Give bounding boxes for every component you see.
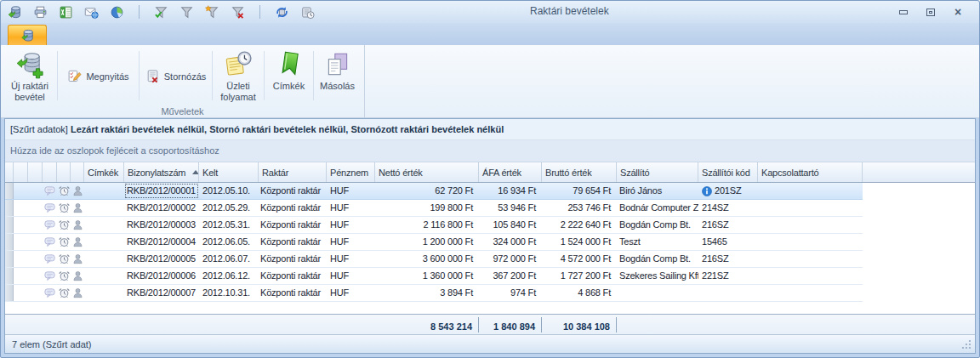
business-process-button[interactable]: Üzleti folyamat — [213, 48, 264, 104]
person-icon[interactable] — [72, 236, 83, 247]
cell-cimkek — [84, 285, 124, 301]
cell-bizonylatszam: RKB/2012/00005 — [124, 251, 199, 267]
filter-icon[interactable] — [179, 5, 194, 20]
comment-icon[interactable] — [44, 253, 55, 264]
refresh-data-icon[interactable] — [275, 5, 289, 20]
close-button[interactable]: × — [950, 5, 966, 19]
alarm-clock-icon[interactable] — [59, 270, 70, 281]
column-header-netto[interactable]: Nettó érték — [375, 162, 479, 182]
cell-kelt: 2012.05.10. — [199, 183, 259, 199]
new-receipt-button[interactable]: Új raktári bevétel — [3, 48, 57, 104]
comment-icon[interactable] — [44, 287, 55, 298]
alarm-clock-icon[interactable] — [59, 287, 70, 298]
row-indicator — [5, 217, 14, 233]
ribbon-tab-active[interactable] — [8, 25, 47, 45]
column-header-kelt[interactable]: Kelt — [199, 162, 259, 182]
cell-bizonylatszam: RKB/2012/00006 — [124, 268, 199, 284]
person-icon[interactable] — [72, 287, 83, 298]
send-mail-icon[interactable] — [84, 5, 99, 20]
group-by-drop-area[interactable]: Húzza ide az oszlopok fejléceit a csopor… — [5, 140, 975, 162]
cell-bizonylatszam: RKB/2012/00001 — [124, 183, 199, 199]
scheduled-tasks-icon[interactable] — [300, 5, 315, 20]
filter-favorite-icon[interactable] — [205, 5, 219, 20]
table-row[interactable]: RKB/2012/00005 2012.06.07. Központi rakt… — [5, 251, 863, 268]
table-row[interactable]: RKB/2012/00002 2012.05.29. Központi rakt… — [5, 200, 863, 217]
column-header-cimkek[interactable]: Címkék — [84, 162, 124, 182]
cell-szallito: Bodnár Computer Zrt. — [617, 200, 698, 216]
cell-brutto: 2 222 640 Ft — [542, 217, 617, 233]
cell-penznem: HUF — [327, 234, 375, 250]
cell-penznem: HUF — [327, 251, 375, 267]
button-label: Üzleti folyamat — [213, 81, 264, 103]
alarm-clock-icon[interactable] — [59, 236, 70, 247]
comment-icon[interactable] — [44, 219, 55, 230]
maximize-button[interactable] — [923, 5, 938, 19]
column-header-szallitoi-kod[interactable]: Szállítói kód — [698, 162, 758, 182]
open-button[interactable]: Megnyitás — [58, 48, 139, 104]
cell-afa: 972 000 Ft — [479, 251, 542, 267]
cell-kelt: 2012.10.31. — [199, 285, 259, 301]
storno-button[interactable]: Stornózás — [140, 48, 212, 104]
tags-button[interactable]: Címkék — [265, 48, 313, 104]
table-row-selected[interactable]: RKB/2012/00001 2012.05.10. Központi rakt… — [5, 183, 863, 200]
open-edit-icon — [67, 69, 82, 83]
column-header-brutto[interactable]: Bruttó érték — [542, 162, 617, 182]
filter-prefix: [Szűrt adatok] — [10, 124, 71, 134]
comment-icon[interactable] — [44, 236, 55, 247]
cell-cimkek — [84, 217, 124, 233]
cell-raktar: Központi raktár — [259, 285, 327, 301]
minimize-button[interactable] — [896, 5, 911, 19]
ribbon-tabstrip — [1, 23, 979, 45]
column-header-afa[interactable]: ÁFA érték — [479, 162, 542, 182]
table-row[interactable]: RKB/2012/00007 2012.10.31. Központi rakt… — [5, 285, 863, 302]
status-bar: 7 elem (Szűrt adat) — [5, 334, 975, 353]
cell-raktar: Központi raktár — [259, 200, 327, 216]
print-icon[interactable] — [33, 5, 48, 20]
alarm-clock-icon[interactable] — [59, 202, 70, 213]
cell-kelt: 2012.05.29. — [199, 200, 259, 216]
person-icon[interactable] — [72, 253, 83, 264]
sort-ascending-icon — [192, 170, 199, 174]
cell-kapcsolattarto — [758, 217, 863, 233]
column-header-raktar[interactable]: Raktár — [259, 162, 327, 182]
person-icon[interactable] — [72, 185, 83, 196]
cell-szallitoi-kod: 216SZ — [698, 217, 758, 233]
person-icon[interactable] — [72, 219, 83, 230]
excel-export-icon[interactable] — [59, 5, 73, 20]
column-header-kapcsolattarto[interactable]: Kapcsolattartó — [758, 162, 863, 182]
alarm-clock-icon[interactable] — [59, 185, 70, 196]
column-header-szallito[interactable]: Szállító — [617, 162, 698, 182]
cell-cimkek — [84, 183, 124, 199]
column-header-bizonylatszam[interactable]: Bizonylatszám — [124, 162, 199, 182]
table-row[interactable]: RKB/2012/00003 2012.05.31. Központi rakt… — [5, 217, 863, 234]
filter-apply-icon[interactable] — [154, 5, 168, 20]
titlebar-toolbar — [8, 5, 315, 20]
grid-panel: [Szűrt adatok] Lezárt raktári bevételek … — [4, 118, 976, 354]
column-header-penznem[interactable]: Pénznem — [327, 162, 375, 182]
filter-delete-icon[interactable] — [231, 5, 245, 20]
comment-icon[interactable] — [44, 270, 55, 281]
pie-chart-icon[interactable] — [110, 5, 124, 20]
grid-body: RKB/2012/00001 2012.05.10. Központi rakt… — [5, 183, 975, 314]
table-row[interactable]: RKB/2012/00006 2012.06.12. Központi rakt… — [5, 268, 863, 285]
cell-szallitoi-kod: 216SZ — [698, 251, 758, 267]
alarm-clock-icon[interactable] — [59, 253, 70, 264]
cell-szallito: Bogdán Comp Bt. — [617, 251, 698, 267]
person-icon[interactable] — [72, 270, 83, 281]
cell-kelt: 2012.05.31. — [199, 217, 259, 233]
resize-grip-icon[interactable] — [960, 338, 971, 349]
cell-kapcsolattarto — [758, 251, 863, 267]
export-database-icon[interactable] — [8, 5, 22, 20]
info-icon[interactable] — [702, 186, 712, 196]
person-icon[interactable] — [72, 202, 83, 213]
cell-netto: 62 720 Ft — [375, 183, 479, 199]
copy-button[interactable]: Másolás — [314, 48, 361, 104]
alarm-clock-icon[interactable] — [59, 219, 70, 230]
table-row[interactable]: RKB/2012/00004 2012.06.05. Központi rakt… — [5, 234, 863, 251]
bookmark-icon — [275, 50, 304, 79]
cell-raktar: Központi raktár — [259, 268, 327, 284]
comment-icon[interactable] — [44, 185, 55, 196]
cell-cimkek — [84, 234, 124, 250]
titlebar[interactable]: Raktári bevételek × — [1, 1, 979, 23]
comment-icon[interactable] — [44, 202, 55, 213]
